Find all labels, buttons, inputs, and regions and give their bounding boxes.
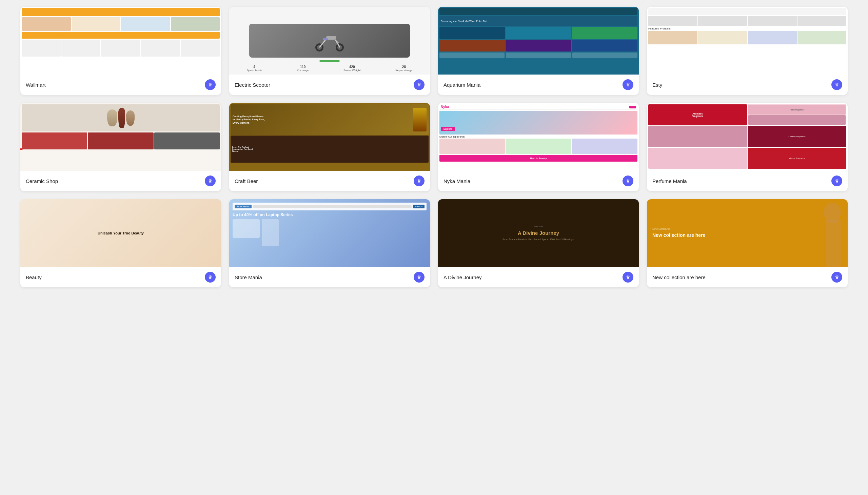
card-title-esty: Esty — [652, 82, 662, 88]
floral-label: Floral Fragrance — [789, 109, 804, 111]
crown-icon-electric-scooter[interactable]: ♛ — [414, 79, 424, 90]
craft-beer-bottle — [413, 108, 427, 132]
crown-icon-store-mania[interactable]: ♛ — [414, 272, 424, 283]
scooter-stats: 4Speed Mode 110Km range 420Frame Weight … — [229, 65, 430, 72]
esty-featured-label: Featured Products — [648, 27, 846, 30]
divine-subtitle: From Ashram Rituals to Your Sacred Space… — [502, 238, 574, 241]
card-new-collection[interactable]: NEW ARRIVAL New collection are here New … — [647, 199, 848, 287]
svg-rect-7 — [825, 220, 841, 267]
card-footer-divine: A Divine Journey ♛ — [438, 267, 639, 287]
craft-bottom-text: Beer: The PerfectCompanion For GoodTimes… — [232, 146, 253, 152]
crown-icon-beauty[interactable]: ♛ — [205, 272, 216, 283]
card-footer-collection: New collection are here ♛ — [647, 267, 848, 287]
card-title-divine: A Divine Journey — [444, 274, 482, 280]
divine-site-label: God Idols — [534, 225, 543, 227]
crown-icon-esty[interactable]: ♛ — [831, 79, 842, 90]
crown-icon-craft[interactable]: ♛ — [414, 175, 424, 186]
nyka-banner-text: Best In Beauty — [530, 157, 547, 159]
card-craft-beer[interactable]: Crafting Exceptional Brewsfor Every Pala… — [229, 103, 430, 191]
card-title-electric-scooter: Electric Scooter — [235, 82, 270, 88]
card-preview-craft: Crafting Exceptional Brewsfor Every Pala… — [229, 103, 430, 171]
card-footer-store-mania: Store Mania ♛ — [229, 267, 430, 287]
card-divine-journey[interactable]: God Idols A Divine Journey From Ashram R… — [438, 199, 639, 287]
crown-icon-divine[interactable]: ♛ — [622, 272, 633, 283]
card-perfume-mania[interactable]: AromaticFragrance Floral Fragrance Orien… — [647, 103, 848, 191]
perfume-aromatic-label: AromaticFragrance — [692, 113, 704, 117]
card-esty[interactable]: Featured Products Esty ♛ — [647, 7, 848, 95]
card-title-store-mania: Store Mania — [235, 274, 262, 280]
beauty-title-text: Unleash Your True Beauty — [98, 231, 144, 235]
collection-title-text: New collection are here — [652, 232, 705, 238]
card-footer-aquarium: Aquarium Mania ♛ — [438, 74, 639, 95]
collection-person — [814, 199, 848, 267]
card-electric-scooter[interactable]: 4Speed Mode 110Km range 420Frame Weight … — [229, 7, 430, 95]
card-store-mania[interactable]: Store Mania Search Up to 40% off on Lapt… — [229, 199, 430, 287]
card-title-aquarium: Aquarium Mania — [444, 82, 481, 88]
card-title-beauty: Beauty — [26, 274, 42, 280]
card-footer-beauty: Beauty ♛ — [20, 267, 221, 287]
crown-icon-perfume[interactable]: ♛ — [831, 175, 842, 186]
card-footer-wallmart: Wallmart ♛ — [20, 74, 221, 95]
crown-icon-collection[interactable]: ♛ — [831, 272, 842, 283]
card-footer-nyka: Nyka Mania ♛ — [438, 171, 639, 191]
card-preview-nyka: Nyka Explore Explore Our Top Brands Best… — [438, 103, 639, 171]
red-arrow-indicator — [20, 142, 24, 157]
scooter-image — [249, 24, 410, 57]
card-title-craft: Craft Beer — [235, 178, 258, 184]
card-preview-store-mania: Store Mania Search Up to 40% off on Lapt… — [229, 199, 430, 267]
woody-label: Woody Fragrance — [789, 157, 805, 159]
card-title-collection: New collection are here — [652, 274, 705, 280]
card-preview-beauty: Unleash Your True Beauty — [20, 199, 221, 267]
card-beauty[interactable]: Unleash Your True Beauty Beauty ♛ — [20, 199, 221, 287]
card-preview-esty: Featured Products — [647, 7, 848, 74]
card-preview-wallmart — [20, 7, 221, 74]
card-ceramic-shop[interactable]: Ceramic Shop ♛ — [20, 103, 221, 191]
card-preview-collection: NEW ARRIVAL New collection are here — [647, 199, 848, 267]
card-footer-esty: Esty ♛ — [647, 74, 848, 95]
card-preview-aquarium: Enhancing Your Small Mid-Water Fish's Di… — [438, 7, 639, 74]
card-wallmart[interactable]: Wallmart ♛ — [20, 7, 221, 95]
card-title-nyka: Nyka Mania — [444, 178, 470, 184]
crown-icon-wallmart[interactable]: ♛ — [205, 79, 216, 90]
laptop-devices — [233, 219, 427, 246]
beauty-content: Unleash Your True Beauty — [94, 227, 148, 239]
divine-title-text: A Divine Journey — [518, 230, 559, 236]
card-footer-craft: Craft Beer ♛ — [229, 171, 430, 191]
store-mania-searchbar: Store Mania Search — [233, 203, 427, 210]
card-title-wallmart: Wallmart — [26, 82, 46, 88]
crown-icon-aquarium[interactable]: ♛ — [622, 79, 633, 90]
card-footer-electric-scooter: Electric Scooter ♛ — [229, 74, 430, 95]
card-preview-divine: God Idols A Divine Journey From Ashram R… — [438, 199, 639, 267]
nyka-hero: Explore — [439, 111, 637, 135]
craft-hero-text: Crafting Exceptional Brewsfor Every Pala… — [233, 115, 265, 124]
card-preview-perfume: AromaticFragrance Floral Fragrance Orien… — [647, 103, 848, 171]
card-title-perfume: Perfume Mania — [652, 178, 687, 184]
card-footer-perfume: Perfume Mania ♛ — [647, 171, 848, 191]
collection-label: NEW ARRIVAL — [652, 228, 705, 231]
card-footer-ceramic: Ceramic Shop ♛ — [20, 171, 221, 191]
svg-rect-5 — [323, 38, 328, 40]
crown-icon-ceramic[interactable]: ♛ — [205, 175, 216, 186]
collection-content: NEW ARRIVAL New collection are here — [652, 228, 705, 238]
crown-icon-nyka[interactable]: ♛ — [622, 175, 633, 186]
template-grid: Wallmart ♛ 4Speed Mode 110Km range — [20, 7, 848, 287]
card-preview-electric-scooter: 4Speed Mode 110Km range 420Frame Weight … — [229, 7, 430, 74]
card-title-ceramic: Ceramic Shop — [26, 178, 58, 184]
card-preview-ceramic — [20, 103, 221, 171]
laptop-offer-text: Up to 40% off on Laptop Series — [233, 212, 427, 217]
oriental-label: Oriental Fragrance — [788, 136, 805, 138]
card-aquarium-mania[interactable]: Enhancing Your Small Mid-Water Fish's Di… — [438, 7, 639, 95]
card-nyka-mania[interactable]: Nyka Explore Explore Our Top Brands Best… — [438, 103, 639, 191]
